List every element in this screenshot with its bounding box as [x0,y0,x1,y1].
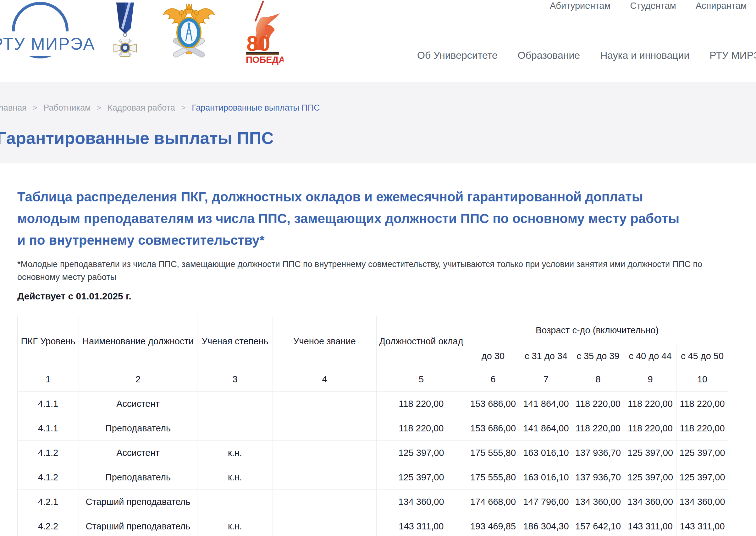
cell-age-31-34: 163 016,10 [520,465,572,489]
footnote-line: *Молодые преподаватели из числа ППС, зам… [17,258,740,271]
cell-position: Преподаватель [79,416,197,441]
cell-position: Ассистент [79,391,197,416]
cell-age-under-30: 153 686,00 [466,391,520,416]
cell-age-40-44: 118 220,00 [624,416,676,441]
doc-heading-line: молодым преподавателям из числа ППС, зам… [17,208,740,229]
cell-age-40-44: 125 397,00 [624,465,676,489]
table-row: 4.1.2Преподавательк.н.125 397,00175 555,… [17,465,728,489]
column-number-cell: 4 [273,367,377,391]
cell-age-35-39: 137 936,70 [572,441,624,465]
cell-degree [197,416,273,441]
victory-number: 80 [247,31,270,55]
cell-rank [273,441,377,465]
top-nav-item[interactable]: Студентам [630,1,676,11]
column-number-cell: 2 [79,367,197,391]
footnote-line: основному месту работы [17,271,740,284]
cell-age-35-39: 118 220,00 [572,391,624,416]
main-nav-item[interactable]: Образование [518,50,580,61]
cell-position: Преподаватель [79,465,197,489]
header-position: Наименование должности [79,316,197,367]
age-subheader-cell: с 35 до 39 [572,345,624,367]
cell-age-35-39: 134 360,00 [572,489,624,514]
cell-age-40-44: 118 220,00 [624,391,676,416]
cell-salary: 118 220,00 [377,416,466,441]
footnote: *Молодые преподаватели из числа ППС, зам… [17,258,740,284]
cell-salary: 125 397,00 [377,465,466,489]
cell-pkg: 4.1.1 [17,391,79,416]
cell-rank [273,465,377,489]
column-number-cell: 9 [624,367,676,391]
cell-position: Старший преподаватель [79,514,197,536]
column-number-cell: 3 [197,367,273,391]
column-number-cell: 7 [520,367,572,391]
column-numbers-row: 12345678910 [17,367,728,391]
cell-age-35-39: 157 642,10 [572,514,624,536]
cell-age-31-34: 141 864,00 [520,391,572,416]
cell-age-31-34: 186 304,30 [520,514,572,536]
cell-age-40-44: 125 397,00 [624,441,676,465]
cell-age-under-30: 175 555,80 [466,465,520,489]
cell-pkg: 4.2.1 [17,489,79,514]
cell-salary: 125 397,00 [377,441,466,465]
cell-salary: 134 360,00 [377,489,466,514]
doc-heading-line: и по внутреннему совместительству* [17,229,740,251]
column-number-cell: 10 [676,367,728,391]
cell-pkg: 4.1.2 [17,465,79,489]
cell-age-35-39: 137 936,70 [572,465,624,489]
cell-pkg: 4.1.2 [17,441,79,465]
table-body: 12345678910 4.1.1Ассистент118 220,00153 … [17,367,728,536]
cell-age-45-50: 118 220,00 [676,416,728,441]
breadcrumb-item: Гарантированные выплаты ППС [192,103,320,113]
eagle-emblem-icon [161,1,217,62]
cell-age-under-30: 175 555,80 [466,441,520,465]
cell-age-under-30: 153 686,00 [466,416,520,441]
breadcrumb-band: Главная>Работникам>Кадровая работа>Гаран… [0,82,756,163]
top-nav-item[interactable]: Аспирантам [696,1,747,11]
breadcrumb-item[interactable]: Кадровая работа [108,103,175,113]
cell-salary: 118 220,00 [377,391,466,416]
content-card: Таблица распределения ПКГ, должностных о… [1,163,756,536]
cell-age-31-34: 163 016,10 [520,441,572,465]
main-nav-item[interactable]: Наука и инновации [600,50,689,61]
table-row: 4.1.2Ассистентк.н.125 397,00175 555,8016… [17,441,728,465]
cell-rank [273,391,377,416]
table-header-row: ПКГ Уровень Наименование должности Учена… [17,316,728,345]
main-nav: Об УниверситетеОбразованиеНаука и иннова… [417,50,756,61]
university-logo-text[interactable]: РТУ МИРЭА [0,31,99,56]
breadcrumb: Главная>Работникам>Кадровая работа>Гаран… [0,103,320,113]
header-age-group: Возраст с-до (включительно) [466,316,728,345]
cell-degree [197,489,273,514]
cell-pkg: 4.1.1 [17,416,79,441]
table-row: 4.2.2Старший преподавательк.н.143 311,00… [17,514,728,536]
cell-age-45-50: 143 311,00 [676,514,728,536]
cell-rank [273,514,377,536]
main-nav-item[interactable]: Об Университете [417,50,498,61]
breadcrumb-item[interactable]: Главная [0,103,27,113]
cell-degree [197,391,273,416]
cell-age-40-44: 143 311,00 [624,514,676,536]
cell-degree: к.н. [197,465,273,489]
breadcrumb-item[interactable]: Работникам [43,103,90,113]
cell-age-40-44: 134 360,00 [624,489,676,514]
cell-rank [273,416,377,441]
main-nav-item[interactable]: РТУ МИРЭА [709,50,756,61]
breadcrumb-separator-icon: > [33,104,37,112]
order-medal-icon [111,3,140,63]
page-title: Гарантированные выплаты ППС [0,128,274,148]
doc-heading-line: Таблица распределения ПКГ, должностных о… [17,186,740,208]
top-nav-item[interactable]: Абитуриентам [550,1,610,11]
site-header: РТУ МИРЭА [0,0,756,82]
header-pkg: ПКГ Уровень [17,316,79,367]
doc-heading: Таблица распределения ПКГ, должностных о… [17,186,740,251]
cell-age-under-30: 174 668,00 [466,489,520,514]
victory-80-icon: 80 ПОБЕДА! [243,1,284,65]
cell-age-35-39: 118 220,00 [572,416,624,441]
breadcrumb-separator-icon: > [97,104,101,112]
column-number-cell: 8 [572,367,624,391]
cell-rank [273,489,377,514]
header-rank: Ученое звание [273,316,377,367]
age-subheader-cell: с 31 до 34 [520,345,572,367]
table-row: 4.1.1Преподаватель118 220,00153 686,0014… [17,416,728,441]
breadcrumb-separator-icon: > [181,104,186,112]
column-number-cell: 6 [466,367,520,391]
